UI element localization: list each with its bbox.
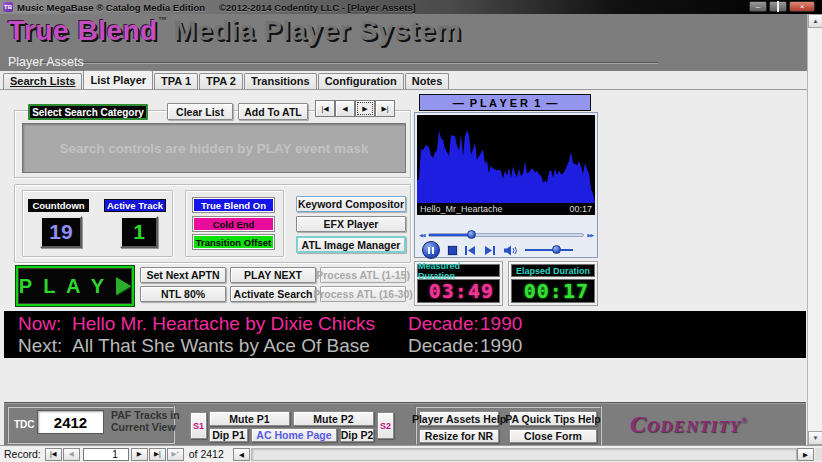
tdc-caption-line2: Current View <box>111 421 180 433</box>
form-title: Player Assets <box>8 55 84 69</box>
tab-tpa-2[interactable]: TPA 2 <box>199 73 243 89</box>
record-previous-button[interactable]: ◀ <box>63 448 80 461</box>
status-chip-true-blend-on: True Blend On <box>193 198 274 212</box>
tab-list-player[interactable]: List Player <box>83 70 153 89</box>
player-assets-help-button[interactable]: Player Assets Help <box>419 411 499 426</box>
dip-p1-button[interactable]: Dip P1 <box>209 428 248 442</box>
select-search-category-button[interactable]: Select Search Category <box>28 104 148 120</box>
play-next-button[interactable]: PLAY NEXT <box>230 267 316 283</box>
volume-slider[interactable] <box>525 249 573 251</box>
volume-icon[interactable] <box>503 245 517 256</box>
list-navigation-buttons: |◀ ◀ ▶ ▶| <box>315 100 395 117</box>
last-record-button[interactable]: ▶| <box>375 100 395 117</box>
close-button[interactable]: × <box>789 1 815 12</box>
resize-for-nr-button[interactable]: Resize for NR <box>419 429 499 443</box>
record-navigation-bar: Record: |◀ ◀ ▶ ▶| ▶* of 2412 ◀ ▶ <box>0 445 822 462</box>
previous-track-button[interactable] <box>465 246 476 255</box>
tab-tpa-1[interactable]: TPA 1 <box>154 73 198 89</box>
next-label: Next: <box>18 335 72 357</box>
footer-band: TDC PAF Tracks in Current View S1 Mute P… <box>4 402 806 445</box>
maximize-button[interactable] <box>769 1 787 12</box>
close-form-button[interactable]: Close Form <box>509 429 597 443</box>
play-button[interactable]: P L A Y <box>16 266 134 306</box>
record-new-button[interactable]: ▶* <box>167 448 184 461</box>
maximize-icon <box>777 1 779 12</box>
window-controls: – × <box>749 1 815 12</box>
hscroll-left-button[interactable]: ◀ <box>233 448 250 461</box>
s1-button[interactable]: S1 <box>190 412 207 439</box>
atl-image-manager-button[interactable]: ATL Image Manager <box>296 236 406 253</box>
previous-record-button[interactable]: ◀ <box>335 100 355 117</box>
trademark-mark: ™ <box>158 15 168 25</box>
seek-track[interactable] <box>428 233 585 237</box>
tdc-label: TDC <box>14 419 35 430</box>
countdown-value: 19 <box>40 216 82 248</box>
brand-underline <box>8 62 658 64</box>
add-to-atl-button[interactable]: Add To ATL <box>238 103 308 120</box>
registered-mark: ® <box>741 416 748 425</box>
first-record-button[interactable]: |◀ <box>315 100 335 117</box>
volume-thumb[interactable] <box>552 245 561 254</box>
status-chip-cold-end: Cold End <box>193 217 274 231</box>
hscroll-right-button[interactable]: ▶ <box>797 448 814 461</box>
tab-configuration[interactable]: Configuration <box>318 73 404 89</box>
now-playing-band: Now: Hello Mr. Heartache by Dixie Chicks… <box>4 311 806 358</box>
title-bar: TB Music MegaBase ® Catalog Media Editio… <box>0 0 822 14</box>
tdc-count-field[interactable] <box>37 410 104 434</box>
seek-forward-icon[interactable]: ▶▶ <box>587 232 593 238</box>
pause-button[interactable] <box>422 241 440 259</box>
record-label: Record: <box>4 448 41 460</box>
countdown-label: Countdown <box>28 199 89 212</box>
vscroll-down-button[interactable]: ▼ <box>808 431 822 445</box>
vscroll-up-button[interactable]: ▲ <box>808 14 822 28</box>
keyword-compositor-button[interactable]: Keyword Compositor <box>296 196 406 212</box>
horizontal-scrollbar-track[interactable] <box>251 448 797 461</box>
tdc-caption-line1: PAF Tracks in <box>111 409 180 421</box>
elapsed-duration-value: 00:17 <box>511 279 595 303</box>
elapsed-duration-panel: Elapsed Duration 00:17 <box>508 261 598 306</box>
player-controls-row <box>417 242 595 258</box>
record-number-field[interactable] <box>83 448 129 461</box>
track-info-bar: Hello_Mr_Heartache 00:17 <box>417 203 595 215</box>
seek-back-icon[interactable]: ◀◀ <box>419 232 425 238</box>
s2-button[interactable]: S2 <box>377 412 394 439</box>
now-playing-row: Now: Hello Mr. Heartache by Dixie Chicks… <box>18 313 798 335</box>
clear-list-button[interactable]: Clear List <box>167 103 233 120</box>
set-next-aptn-button[interactable]: Set Next APTN <box>140 267 226 283</box>
player-1-header: — P L A Y E R 1 — <box>419 94 591 111</box>
tab-search-lists[interactable]: Search Lists <box>3 73 82 89</box>
now-decade-label: Decade: <box>408 313 480 335</box>
record-first-button[interactable]: |◀ <box>45 448 62 461</box>
tdc-caption: PAF Tracks in Current View <box>111 409 180 433</box>
ac-home-page-button[interactable]: AC Home Page <box>251 428 337 442</box>
window-subtitle: ©2012-2014 Codentity LLC - [Player Asset… <box>219 2 416 13</box>
vertical-scrollbar[interactable]: ▲ ▼ <box>807 14 822 445</box>
tab-notes[interactable]: Notes <box>405 73 450 89</box>
efx-player-button[interactable]: EFX Player <box>296 216 406 232</box>
codentity-logo: Codentity® <box>630 411 748 438</box>
measured-duration-value: 03:49 <box>417 279 500 303</box>
pa-quick-tips-help-button[interactable]: PA Quick Tips Help <box>509 411 597 426</box>
now-title: Hello Mr. Heartache by Dixie Chicks <box>72 313 408 335</box>
activate-search-button[interactable]: Activate Search <box>230 286 316 302</box>
record-last-button[interactable]: ▶| <box>149 448 166 461</box>
application-window: TB Music MegaBase ® Catalog Media Editio… <box>0 0 822 462</box>
waveform-screen: Hello_Mr_Heartache 00:17 <box>417 115 595 215</box>
ntl-80-button[interactable]: NTL 80% <box>140 286 226 302</box>
minimize-button[interactable]: – <box>749 1 767 12</box>
tab-transitions[interactable]: Transitions <box>244 73 317 89</box>
next-track-button[interactable] <box>484 246 495 255</box>
mute-p1-button[interactable]: Mute P1 <box>209 411 290 426</box>
record-next-button[interactable]: ▶ <box>131 448 148 461</box>
next-title: All That She Wants by Ace Of Base <box>72 335 408 357</box>
stop-button[interactable] <box>448 246 457 255</box>
process-atl-16-30-button: Process ATL (16-30) <box>320 286 406 302</box>
window-title: Music MegaBase ® Catalog Media Edition <box>17 2 205 13</box>
seek-thumb[interactable] <box>467 230 476 239</box>
next-record-button[interactable]: ▶ <box>355 100 375 117</box>
seek-bar-row: ◀◀ ▶▶ <box>417 229 595 240</box>
brand-secondary: Media Player System <box>173 15 461 46</box>
mute-p2-button[interactable]: Mute P2 <box>293 411 374 426</box>
now-decade-value: 1990 <box>480 313 798 335</box>
dip-p2-button[interactable]: Dip P2 <box>340 428 374 442</box>
